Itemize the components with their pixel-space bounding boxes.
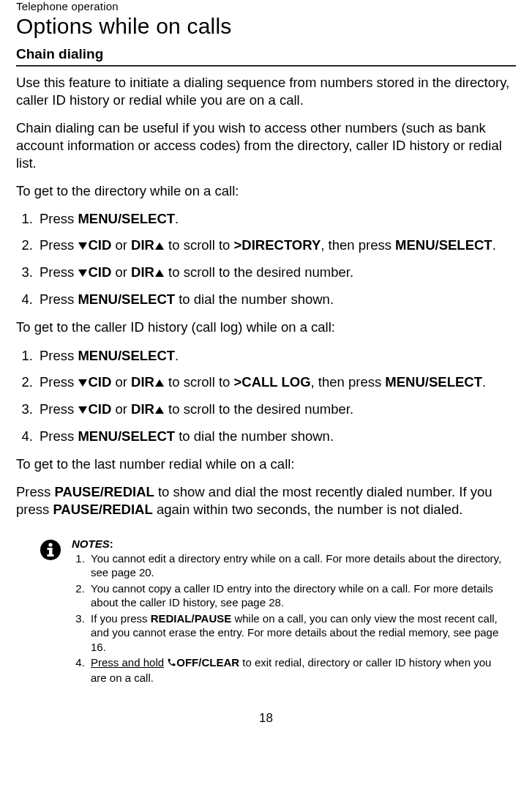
triangle-up-icon bbox=[154, 264, 165, 282]
triangle-down-icon bbox=[78, 264, 88, 282]
key-label-smallcaps: CLEAR bbox=[201, 656, 239, 669]
notes-block: NOTES: You cannot edit a directory entry… bbox=[16, 537, 516, 687]
triangle-down-icon bbox=[78, 401, 88, 419]
text: Press bbox=[40, 211, 78, 226]
info-icon bbox=[40, 539, 61, 564]
triangle-up-icon bbox=[154, 374, 165, 392]
section-lead-calllog: To get to the caller ID history (call lo… bbox=[16, 319, 516, 336]
svg-marker-6 bbox=[78, 406, 87, 414]
text: , then press bbox=[321, 237, 395, 253]
key-label: /SELECT bbox=[118, 428, 175, 444]
step: Press CID or DIR to scroll to >DIRECTORY… bbox=[37, 237, 516, 255]
text: again within two seconds, the number is … bbox=[153, 502, 463, 517]
note-item: You cannot edit a directory entry while … bbox=[88, 551, 509, 580]
text: Press bbox=[16, 484, 54, 499]
intro-paragraph-2: Chain dialing can be useful if you wish … bbox=[16, 119, 516, 172]
key-label: DIR bbox=[131, 264, 154, 280]
notes-list: You cannot edit a directory entry while … bbox=[72, 551, 509, 685]
text: NOTES bbox=[72, 537, 110, 550]
text: Press bbox=[40, 374, 78, 390]
text: Press bbox=[40, 401, 78, 417]
text: . bbox=[492, 237, 496, 253]
key-label: CID bbox=[88, 374, 111, 390]
svg-marker-7 bbox=[155, 406, 164, 414]
triangle-up-icon bbox=[154, 401, 165, 419]
key-label: CID bbox=[88, 237, 111, 253]
svg-marker-2 bbox=[78, 269, 87, 277]
text-underlined: Press and hold bbox=[91, 656, 164, 669]
key-label-smallcaps: MENU bbox=[385, 374, 424, 390]
key-label: DIR bbox=[131, 374, 154, 390]
key-label-smallcaps: SELECT bbox=[121, 211, 175, 226]
triangle-down-icon bbox=[78, 374, 88, 392]
text: to dial the number shown. bbox=[175, 291, 334, 307]
svg-rect-12 bbox=[48, 554, 54, 557]
text: or bbox=[111, 237, 131, 253]
key-label: /SELECT bbox=[425, 374, 482, 390]
triangle-down-icon bbox=[78, 237, 88, 255]
notes-title: NOTES: bbox=[72, 537, 509, 550]
step: Press CID or DIR to scroll to the desire… bbox=[37, 264, 516, 282]
text: to scroll to the desired number. bbox=[165, 264, 353, 280]
menu-target: >DIRECTORY bbox=[234, 237, 321, 253]
text: Press bbox=[40, 264, 78, 280]
key-label: MENU/ bbox=[78, 211, 121, 226]
key-label: CID bbox=[88, 264, 111, 280]
subhead: Chain dialing bbox=[16, 46, 516, 62]
key-label: /SELECT bbox=[118, 291, 175, 307]
section-lead-directory: To get to the directory while on a call: bbox=[16, 182, 516, 200]
key-label-smallcaps: MENU bbox=[78, 428, 117, 444]
text: , then press bbox=[311, 374, 386, 390]
steps-calllog: Press MENU/SELECT. Press CID or DIR to s… bbox=[16, 347, 516, 445]
svg-marker-5 bbox=[155, 379, 164, 387]
svg-point-9 bbox=[48, 543, 52, 546]
text: to dial the number shown. bbox=[175, 428, 334, 444]
svg-marker-0 bbox=[78, 242, 87, 250]
key-label-smallcaps: SELECT bbox=[121, 348, 175, 363]
key-label: MENU/ bbox=[78, 348, 121, 363]
key-label-smallcaps: MENU bbox=[78, 291, 117, 307]
steps-directory: Press MENU/SELECT. Press CID or DIR to s… bbox=[16, 210, 516, 308]
note-item: Press and hold OFF/CLEAR to exit redial,… bbox=[88, 655, 509, 685]
key-label: DIR bbox=[131, 401, 154, 417]
text: to scroll to bbox=[165, 237, 234, 253]
divider bbox=[16, 65, 516, 67]
triangle-up-icon bbox=[154, 237, 165, 255]
svg-marker-3 bbox=[155, 269, 164, 277]
key-label-smallcaps: MENU bbox=[395, 237, 435, 253]
text: to scroll to the desired number. bbox=[165, 401, 353, 417]
key-label: DIR bbox=[131, 237, 154, 253]
category-label: Telephone operation bbox=[16, 0, 516, 12]
step: Press CID or DIR to scroll to the desire… bbox=[37, 401, 516, 419]
step: Press CID or DIR to scroll to >CALL LOG,… bbox=[37, 373, 516, 392]
menu-target: >CALL LOG bbox=[234, 374, 311, 390]
page-number: 18 bbox=[16, 711, 516, 726]
text: or bbox=[111, 374, 131, 390]
text: . bbox=[175, 348, 179, 363]
step: Press MENU/SELECT. bbox=[37, 347, 516, 365]
text: Press bbox=[40, 291, 78, 307]
svg-marker-4 bbox=[78, 379, 87, 387]
key-label: /SELECT bbox=[435, 237, 492, 253]
step: Press MENU/SELECT to dial the number sho… bbox=[37, 428, 516, 445]
key-label-smallcaps: PAUSE bbox=[195, 612, 232, 625]
step: Press MENU/SELECT to dial the number sho… bbox=[37, 291, 516, 308]
text: Press bbox=[40, 237, 78, 253]
note-item: You cannot copy a caller ID entry into t… bbox=[88, 581, 509, 610]
text: . bbox=[175, 211, 179, 226]
section-lead-redial: To get to the last number redial while o… bbox=[16, 455, 516, 473]
key-label-smallcaps: PAUSE bbox=[53, 502, 98, 517]
text: . bbox=[482, 374, 486, 390]
key-label: OFF/ bbox=[176, 656, 201, 669]
key-label: CID bbox=[88, 401, 111, 417]
text: to scroll to bbox=[165, 374, 234, 390]
text: : bbox=[110, 537, 113, 550]
text: Press bbox=[40, 348, 78, 363]
text: or bbox=[111, 264, 131, 280]
key-label-smallcaps: PAUSE bbox=[54, 484, 100, 499]
key-label: /REDIAL bbox=[100, 484, 154, 499]
key-label: REDIAL/ bbox=[151, 612, 195, 625]
note-item: If you press REDIAL/PAUSE while on a cal… bbox=[88, 611, 509, 655]
text: If you press bbox=[91, 612, 151, 625]
page-title: Options while on calls bbox=[16, 14, 516, 39]
